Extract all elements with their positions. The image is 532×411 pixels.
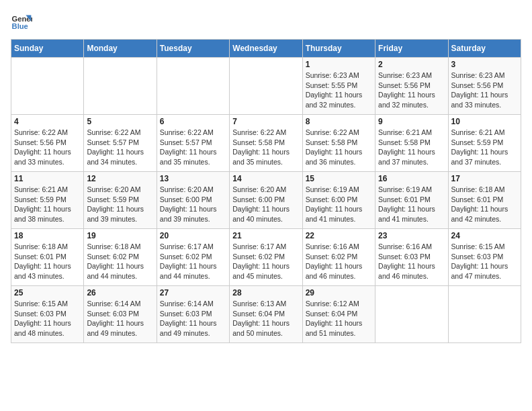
day-info: Sunrise: 6:21 AM Sunset: 5:59 PM Dayligh… bbox=[14, 185, 81, 224]
weekday-header-wednesday: Wednesday bbox=[230, 40, 302, 58]
day-info: Sunrise: 6:23 AM Sunset: 5:56 PM Dayligh… bbox=[378, 71, 445, 110]
day-number: 18 bbox=[14, 231, 81, 240]
day-info: Sunrise: 6:18 AM Sunset: 6:01 PM Dayligh… bbox=[14, 242, 81, 281]
day-number: 15 bbox=[306, 174, 372, 183]
calendar-cell: 25Sunrise: 6:15 AM Sunset: 6:03 PM Dayli… bbox=[11, 286, 84, 343]
day-number: 22 bbox=[306, 231, 372, 240]
calendar-cell: 7Sunrise: 6:22 AM Sunset: 5:58 PM Daylig… bbox=[230, 115, 302, 172]
calendar-cell: 3Sunrise: 6:23 AM Sunset: 5:56 PM Daylig… bbox=[448, 58, 521, 115]
day-info: Sunrise: 6:23 AM Sunset: 5:56 PM Dayligh… bbox=[451, 71, 518, 110]
calendar-week-row: 18Sunrise: 6:18 AM Sunset: 6:01 PM Dayli… bbox=[11, 229, 521, 286]
calendar-week-row: 4Sunrise: 6:22 AM Sunset: 5:56 PM Daylig… bbox=[11, 115, 521, 172]
calendar-cell: 5Sunrise: 6:22 AM Sunset: 5:57 PM Daylig… bbox=[84, 115, 157, 172]
day-number: 11 bbox=[14, 174, 81, 183]
day-info: Sunrise: 6:15 AM Sunset: 6:03 PM Dayligh… bbox=[14, 299, 81, 338]
day-info: Sunrise: 6:22 AM Sunset: 5:58 PM Dayligh… bbox=[232, 128, 299, 167]
day-number: 24 bbox=[451, 231, 518, 240]
day-info: Sunrise: 6:17 AM Sunset: 6:02 PM Dayligh… bbox=[160, 242, 226, 281]
day-number: 27 bbox=[160, 288, 226, 298]
day-info: Sunrise: 6:16 AM Sunset: 6:02 PM Dayligh… bbox=[306, 242, 372, 281]
header: General Blue bbox=[11, 11, 521, 32]
day-number: 25 bbox=[14, 288, 81, 298]
day-number: 28 bbox=[232, 288, 299, 298]
calendar-cell: 11Sunrise: 6:21 AM Sunset: 5:59 PM Dayli… bbox=[11, 172, 84, 229]
day-info: Sunrise: 6:20 AM Sunset: 6:00 PM Dayligh… bbox=[160, 185, 226, 224]
calendar-cell: 12Sunrise: 6:20 AM Sunset: 5:59 PM Dayli… bbox=[84, 172, 157, 229]
day-info: Sunrise: 6:20 AM Sunset: 5:59 PM Dayligh… bbox=[87, 185, 153, 224]
day-info: Sunrise: 6:14 AM Sunset: 6:03 PM Dayligh… bbox=[87, 299, 153, 338]
calendar-cell: 20Sunrise: 6:17 AM Sunset: 6:02 PM Dayli… bbox=[157, 229, 229, 286]
day-info: Sunrise: 6:21 AM Sunset: 5:58 PM Dayligh… bbox=[378, 128, 445, 167]
day-info: Sunrise: 6:17 AM Sunset: 6:02 PM Dayligh… bbox=[232, 242, 299, 281]
day-info: Sunrise: 6:20 AM Sunset: 6:00 PM Dayligh… bbox=[232, 185, 299, 224]
day-number: 17 bbox=[451, 174, 518, 183]
day-info: Sunrise: 6:15 AM Sunset: 6:03 PM Dayligh… bbox=[451, 242, 518, 281]
calendar-cell: 26Sunrise: 6:14 AM Sunset: 6:03 PM Dayli… bbox=[84, 286, 157, 343]
calendar-week-row: 1Sunrise: 6:23 AM Sunset: 5:55 PM Daylig… bbox=[11, 58, 521, 115]
day-number: 23 bbox=[378, 231, 445, 240]
day-number: 9 bbox=[378, 117, 445, 126]
day-number: 10 bbox=[451, 117, 518, 126]
day-info: Sunrise: 6:18 AM Sunset: 6:01 PM Dayligh… bbox=[451, 185, 518, 224]
calendar-cell: 14Sunrise: 6:20 AM Sunset: 6:00 PM Dayli… bbox=[230, 172, 302, 229]
logo-icon: General Blue bbox=[11, 11, 32, 32]
calendar-cell bbox=[84, 58, 157, 115]
day-number: 12 bbox=[87, 174, 153, 183]
day-info: Sunrise: 6:22 AM Sunset: 5:57 PM Dayligh… bbox=[160, 128, 226, 167]
calendar-cell: 17Sunrise: 6:18 AM Sunset: 6:01 PM Dayli… bbox=[448, 172, 521, 229]
calendar-cell: 16Sunrise: 6:19 AM Sunset: 6:01 PM Dayli… bbox=[375, 172, 448, 229]
calendar-cell: 28Sunrise: 6:13 AM Sunset: 6:04 PM Dayli… bbox=[230, 286, 302, 343]
day-number: 20 bbox=[160, 231, 226, 240]
calendar-cell: 29Sunrise: 6:12 AM Sunset: 6:04 PM Dayli… bbox=[302, 286, 375, 343]
calendar-cell: 4Sunrise: 6:22 AM Sunset: 5:56 PM Daylig… bbox=[11, 115, 84, 172]
calendar-table: SundayMondayTuesdayWednesdayThursdayFrid… bbox=[11, 39, 521, 343]
day-number: 29 bbox=[306, 288, 372, 298]
day-info: Sunrise: 6:19 AM Sunset: 6:01 PM Dayligh… bbox=[378, 185, 445, 224]
day-info: Sunrise: 6:14 AM Sunset: 6:03 PM Dayligh… bbox=[160, 299, 226, 338]
logo: General Blue bbox=[11, 11, 35, 32]
calendar-cell: 24Sunrise: 6:15 AM Sunset: 6:03 PM Dayli… bbox=[448, 229, 521, 286]
day-number: 4 bbox=[14, 117, 81, 126]
day-number: 3 bbox=[451, 60, 518, 69]
day-info: Sunrise: 6:21 AM Sunset: 5:59 PM Dayligh… bbox=[451, 128, 518, 167]
day-info: Sunrise: 6:23 AM Sunset: 5:55 PM Dayligh… bbox=[306, 71, 372, 110]
day-info: Sunrise: 6:18 AM Sunset: 6:02 PM Dayligh… bbox=[87, 242, 153, 281]
day-info: Sunrise: 6:19 AM Sunset: 6:00 PM Dayligh… bbox=[306, 185, 372, 224]
calendar-cell: 15Sunrise: 6:19 AM Sunset: 6:00 PM Dayli… bbox=[302, 172, 375, 229]
calendar-cell: 2Sunrise: 6:23 AM Sunset: 5:56 PM Daylig… bbox=[375, 58, 448, 115]
calendar-cell bbox=[230, 58, 302, 115]
weekday-header-row: SundayMondayTuesdayWednesdayThursdayFrid… bbox=[11, 40, 521, 58]
day-info: Sunrise: 6:22 AM Sunset: 5:58 PM Dayligh… bbox=[306, 128, 372, 167]
day-number: 16 bbox=[378, 174, 445, 183]
calendar-cell bbox=[157, 58, 229, 115]
calendar-cell: 21Sunrise: 6:17 AM Sunset: 6:02 PM Dayli… bbox=[230, 229, 302, 286]
calendar-cell: 10Sunrise: 6:21 AM Sunset: 5:59 PM Dayli… bbox=[448, 115, 521, 172]
day-info: Sunrise: 6:22 AM Sunset: 5:57 PM Dayligh… bbox=[87, 128, 153, 167]
day-info: Sunrise: 6:22 AM Sunset: 5:56 PM Dayligh… bbox=[14, 128, 81, 167]
calendar-cell: 9Sunrise: 6:21 AM Sunset: 5:58 PM Daylig… bbox=[375, 115, 448, 172]
calendar-week-row: 11Sunrise: 6:21 AM Sunset: 5:59 PM Dayli… bbox=[11, 172, 521, 229]
calendar-cell: 8Sunrise: 6:22 AM Sunset: 5:58 PM Daylig… bbox=[302, 115, 375, 172]
day-number: 2 bbox=[378, 60, 445, 69]
day-number: 7 bbox=[232, 117, 299, 126]
day-info: Sunrise: 6:12 AM Sunset: 6:04 PM Dayligh… bbox=[306, 299, 372, 338]
day-number: 6 bbox=[160, 117, 226, 126]
weekday-header-monday: Monday bbox=[84, 40, 157, 58]
day-number: 19 bbox=[87, 231, 153, 240]
calendar-week-row: 25Sunrise: 6:15 AM Sunset: 6:03 PM Dayli… bbox=[11, 286, 521, 343]
day-number: 21 bbox=[232, 231, 299, 240]
weekday-header-saturday: Saturday bbox=[448, 40, 521, 58]
calendar-cell: 18Sunrise: 6:18 AM Sunset: 6:01 PM Dayli… bbox=[11, 229, 84, 286]
calendar-cell: 6Sunrise: 6:22 AM Sunset: 5:57 PM Daylig… bbox=[157, 115, 229, 172]
calendar-cell bbox=[11, 58, 84, 115]
day-number: 8 bbox=[306, 117, 372, 126]
calendar-cell: 23Sunrise: 6:16 AM Sunset: 6:03 PM Dayli… bbox=[375, 229, 448, 286]
day-number: 13 bbox=[160, 174, 226, 183]
day-info: Sunrise: 6:16 AM Sunset: 6:03 PM Dayligh… bbox=[378, 242, 445, 281]
weekday-header-tuesday: Tuesday bbox=[157, 40, 229, 58]
day-number: 26 bbox=[87, 288, 153, 298]
weekday-header-thursday: Thursday bbox=[302, 40, 375, 58]
weekday-header-sunday: Sunday bbox=[11, 40, 84, 58]
calendar-cell bbox=[375, 286, 448, 343]
calendar-cell: 22Sunrise: 6:16 AM Sunset: 6:02 PM Dayli… bbox=[302, 229, 375, 286]
